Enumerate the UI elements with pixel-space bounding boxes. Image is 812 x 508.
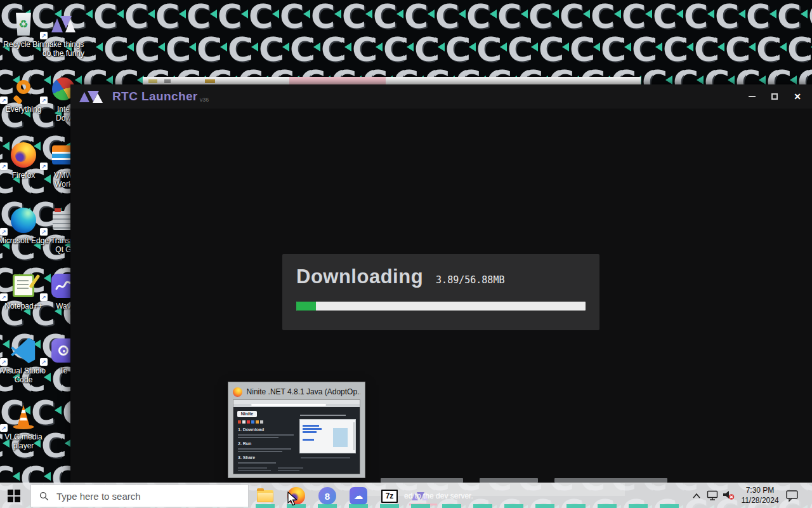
desktop-icon-vlc[interactable]: ↗ VLC media player <box>0 403 51 450</box>
preview-caption-line <box>300 415 346 416</box>
tray-network[interactable] <box>707 483 721 508</box>
taskbar-teal-dash <box>535 504 554 508</box>
notepad-icon <box>13 274 34 297</box>
taskbar-teal-dash <box>629 504 648 508</box>
window-title: RTC Launcher <box>112 90 198 104</box>
taskbar-teal-dash <box>598 504 617 508</box>
download-panel: Downloading 3.89/56.88MB <box>282 254 599 330</box>
maximize-icon <box>771 93 778 100</box>
eight-app-icon: 8 <box>318 487 336 505</box>
edge-icon <box>11 208 36 233</box>
preview-brand-chip: Ninite <box>237 411 257 417</box>
search-icon <box>39 491 49 501</box>
cloud-app-icon: ☁ <box>350 487 367 505</box>
purple-triangles-icon <box>50 13 77 35</box>
tray-clock[interactable]: 7:30 PM 11/28/2024 <box>736 485 784 505</box>
shortcut-arrow-icon: ↗ <box>40 163 48 170</box>
ghost-text-line: ed to the dev server. <box>404 491 473 500</box>
tray-time: 7:30 PM <box>736 485 784 495</box>
taskbar-teal-dash <box>349 504 368 508</box>
shortcut-arrow-icon: ↗ <box>0 97 8 104</box>
download-progress-fill <box>296 302 316 311</box>
preview-logo-row <box>238 420 263 424</box>
file-explorer-icon <box>257 490 273 502</box>
window-version: v36 <box>200 97 209 103</box>
firefox-taskbar-preview[interactable]: Ninite .NET 4.8.1 Java (AdoptOp... Ninit… <box>228 382 365 478</box>
start-button[interactable] <box>8 490 20 502</box>
shortcut-arrow-icon: ↗ <box>0 163 8 170</box>
windows-logo-icon <box>8 490 13 495</box>
tray-chevron[interactable] <box>691 483 702 508</box>
shortcut-arrow-icon: ↗ <box>0 228 8 236</box>
taskbar-teal-dash <box>504 504 523 508</box>
taskbar-teal-dash <box>256 504 275 508</box>
tray-date: 11/28/2024 <box>736 495 784 505</box>
taskbar-teal-dash <box>660 504 679 508</box>
preview-title: Ninite .NET 4.8.1 Java (AdoptOp... <box>247 387 360 396</box>
minimize-button[interactable] <box>742 88 761 104</box>
tray-volume[interactable] <box>723 483 735 508</box>
mouse-cursor <box>287 491 298 507</box>
shortcut-arrow-icon: ↗ <box>40 358 48 366</box>
vscode-icon <box>11 337 36 364</box>
window-titlebar[interactable]: RTC Launcher v36 ✕ <box>70 84 812 109</box>
close-button[interactable]: ✕ <box>788 88 807 104</box>
taskbar-search[interactable] <box>30 485 249 507</box>
download-progress-text: 3.89/56.88MB <box>436 274 504 286</box>
taskbar: ed to the dev server. 8 ☁ 7z <box>0 483 812 508</box>
action-center-button[interactable] <box>785 483 799 508</box>
rtc-launcher-window: RTC Launcher v36 ✕ Downloading 3.89/56.8… <box>70 84 812 483</box>
ghost-window-text <box>381 478 667 483</box>
seven-zip-icon: 7z <box>381 490 398 503</box>
speaker-muted-icon <box>723 490 735 501</box>
shortcut-arrow-icon: ↗ <box>40 293 48 301</box>
desktop-icon-make-things[interactable]: ↗ make things do the funny <box>36 10 91 58</box>
shortcut-arrow-icon: ↗ <box>0 293 8 301</box>
download-progress-track <box>296 302 586 311</box>
chevron-up-icon <box>691 492 702 500</box>
firefox-icon <box>11 142 36 168</box>
preview-dialog-screenshot <box>299 419 356 453</box>
notification-bubble-icon <box>785 490 799 502</box>
taskbar-teal-dash <box>318 504 337 508</box>
search-input[interactable] <box>55 490 220 502</box>
download-title: Downloading <box>296 265 423 288</box>
taskbar-teal-dash <box>442 504 461 508</box>
preview-thumbnail[interactable]: Ninite 1. Download 2. Run 3. Share <box>233 399 360 474</box>
maximize-button[interactable] <box>765 88 784 104</box>
preview-browser-chrome <box>233 400 360 407</box>
recycle-bin-icon: ♻ <box>14 13 33 36</box>
rtc-logo-icon <box>79 88 107 105</box>
minimize-icon <box>749 96 756 97</box>
network-icon <box>707 490 721 502</box>
shortcut-arrow-icon: ↗ <box>40 97 48 104</box>
shortcut-arrow-icon: ↗ <box>0 358 8 366</box>
taskbar-teal-dash <box>380 504 399 508</box>
shortcut-arrow-icon: ↗ <box>0 424 8 432</box>
firefox-mini-icon <box>233 387 242 397</box>
shortcut-arrow-icon: ↗ <box>40 32 48 39</box>
taskbar-teal-dash <box>473 504 492 508</box>
taskbar-teal-dash <box>411 504 430 508</box>
shortcut-arrow-icon: ↗ <box>40 228 48 236</box>
taskbar-teal-dash <box>566 504 586 508</box>
magnifier-icon <box>16 80 30 94</box>
vlc-cone-icon <box>11 403 36 430</box>
